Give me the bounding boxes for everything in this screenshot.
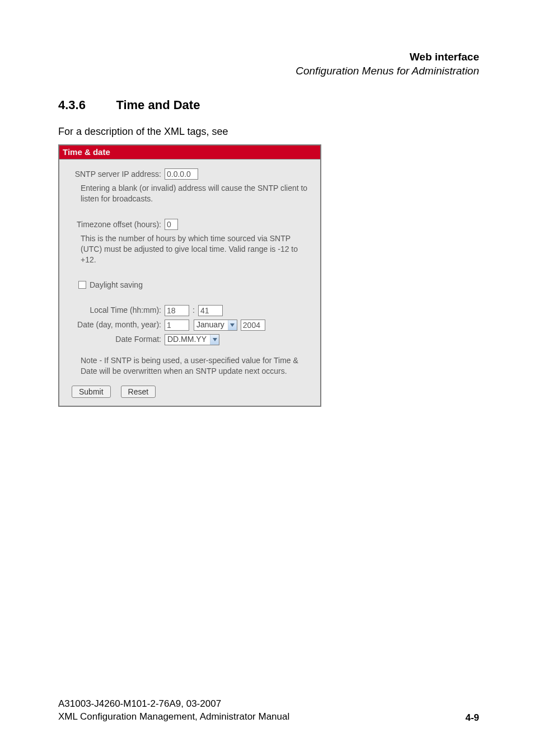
intro-text: For a description of the XML tags, see [58, 126, 479, 138]
date-month-select[interactable]: January [194, 320, 237, 331]
dateformat-label: Date Format: [67, 334, 165, 345]
daylight-label: Daylight saving [90, 280, 143, 290]
page-footer: A31003-J4260-M101-2-76A9, 03-2007 XML Co… [58, 698, 479, 724]
dateformat-value: DD.MM.YY [165, 334, 210, 345]
localtime-label: Local Time (hh:mm): [67, 305, 165, 316]
section-number: 4.3.6 [58, 98, 86, 112]
localtime-row: Local Time (hh:mm): : [67, 305, 313, 316]
section-title: Time and Date [116, 98, 200, 112]
localtime-hh-input[interactable] [165, 305, 189, 316]
time-separator: : [189, 305, 198, 316]
sntp-help: Entering a blank (or invalid) address wi… [81, 183, 311, 204]
panel-title: Time & date [59, 145, 320, 159]
header-title: Web interface [58, 50, 479, 64]
dateformat-row: Date Format: DD.MM.YY [67, 334, 313, 345]
tz-input[interactable] [165, 219, 178, 230]
date-row: Date (day, month, year): January [67, 320, 313, 331]
localtime-mm-input[interactable] [198, 305, 223, 316]
date-month-value: January [194, 320, 228, 330]
tz-label: Timezone offset (hours): [67, 219, 165, 230]
submit-button[interactable]: Submit [72, 386, 111, 398]
tz-row: Timezone offset (hours): [67, 219, 313, 230]
time-date-panel: Time & date SNTP server IP address: Ente… [58, 144, 321, 406]
sntp-note: Note - If SNTP is being used, a user-spe… [81, 355, 311, 377]
sntp-row: SNTP server IP address: [67, 168, 313, 180]
tz-help: This is the number of hours by which tim… [81, 233, 311, 265]
sntp-input[interactable] [165, 168, 198, 180]
section-heading: 4.3.6 Time and Date [58, 98, 479, 112]
daylight-row[interactable]: Daylight saving [78, 280, 313, 290]
button-row: Submit Reset [72, 386, 313, 398]
date-label: Date (day, month, year): [67, 320, 165, 330]
daylight-checkbox[interactable] [78, 281, 86, 289]
date-year-input[interactable] [241, 320, 265, 331]
sntp-label: SNTP server IP address: [67, 169, 165, 180]
footer-line1: A31003-J4260-M101-2-76A9, 03-2007 [58, 698, 289, 711]
dateformat-select[interactable]: DD.MM.YY [165, 334, 219, 345]
footer-line2: XML Configuration Management, Administra… [58, 711, 289, 724]
page-header: Web interface Configuration Menus for Ad… [58, 50, 479, 78]
header-subtitle: Configuration Menus for Administration [58, 64, 479, 78]
page-number: 4-9 [465, 712, 479, 724]
date-day-input[interactable] [165, 320, 189, 331]
chevron-down-icon [210, 335, 219, 345]
reset-button[interactable]: Reset [121, 386, 156, 398]
chevron-down-icon [228, 320, 237, 330]
